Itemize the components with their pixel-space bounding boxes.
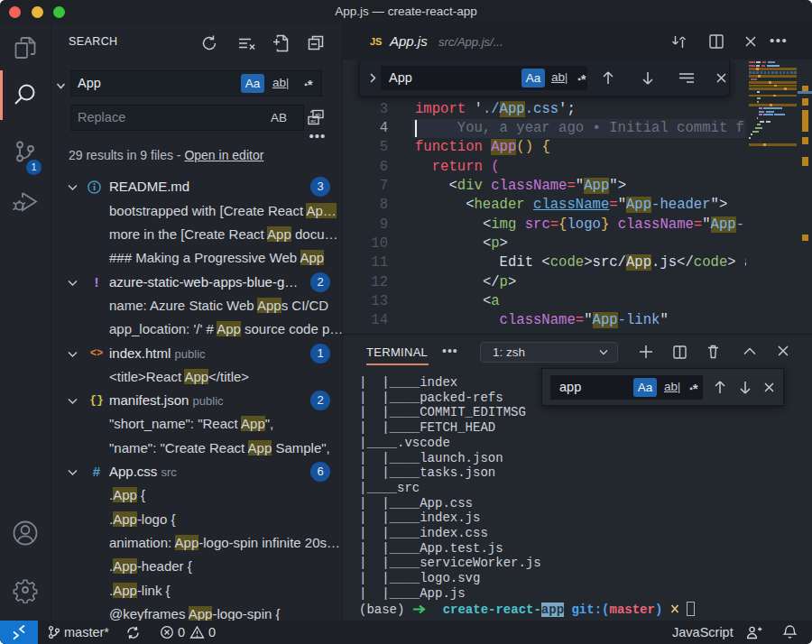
svg-text:ab: ab	[315, 112, 321, 117]
svg-text:ac: ac	[310, 118, 316, 124]
